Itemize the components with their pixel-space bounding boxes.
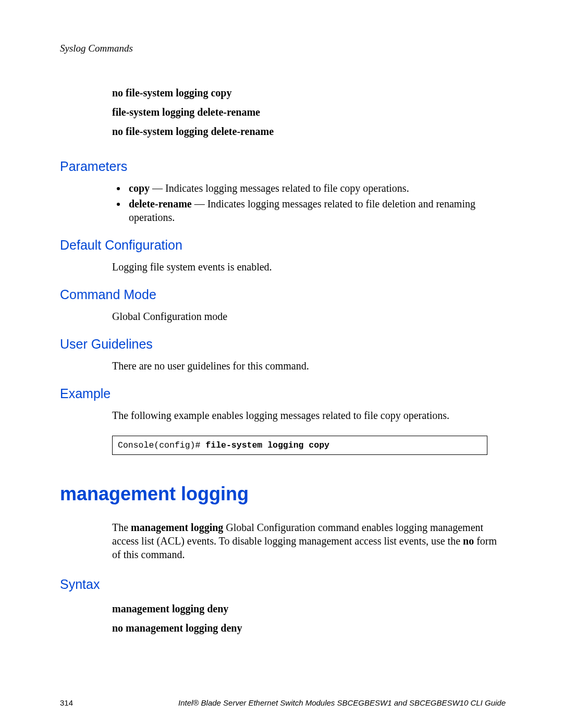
code-example: Console(config)# file-system logging cop… (112, 436, 487, 455)
text: The (112, 522, 131, 533)
body-text: Logging file system events is enabled. (112, 260, 506, 274)
page-number: 314 (60, 698, 73, 707)
page: Syslog Commands no file-system logging c… (0, 0, 563, 728)
syntax-block-bottom: management logging deny no management lo… (112, 599, 506, 638)
syntax-line: file-system logging delete-rename (112, 103, 506, 122)
section-title-default-config: Default Configuration (60, 238, 506, 253)
command-intro: The management logging Global Configurat… (112, 521, 506, 561)
syntax-line: management logging deny (112, 599, 506, 619)
section-title-user-guidelines: User Guidelines (60, 337, 506, 352)
bold-text: no (463, 535, 474, 547)
footer-title: Intel® Blade Server Ethernet Switch Modu… (178, 698, 506, 707)
code-prompt: Console(config)# (118, 440, 205, 450)
param-term: delete-rename (129, 198, 192, 209)
section-title-command-mode: Command Mode (60, 287, 506, 302)
bold-text: management logging (131, 522, 223, 533)
syntax-line: no management logging deny (112, 619, 506, 638)
section-title-parameters: Parameters (60, 159, 506, 174)
syntax-line: no file-system logging delete-rename (112, 122, 506, 141)
param-term: copy (129, 182, 150, 194)
body-text: Global Configuration mode (112, 310, 506, 323)
list-item: delete-rename — Indicates logging messag… (127, 197, 506, 224)
list-item: copy — Indicates logging messages relate… (127, 181, 506, 195)
section-title-example: Example (60, 386, 506, 401)
command-title: management logging (60, 483, 506, 505)
code-command: file-system logging copy (205, 440, 329, 450)
parameters-list: copy — Indicates logging messages relate… (112, 181, 506, 224)
body-text: There are no user guidelines for this co… (112, 359, 506, 373)
syntax-line: no file-system logging copy (112, 83, 506, 103)
body-text: The following example enables logging me… (112, 409, 506, 422)
param-desc: — Indicates logging messages related to … (150, 182, 409, 194)
syntax-block-top: no file-system logging copy file-system … (112, 83, 506, 141)
section-title-syntax: Syntax (60, 577, 506, 592)
page-footer: 314 Intel® Blade Server Ethernet Switch … (60, 698, 506, 707)
running-header: Syslog Commands (60, 43, 506, 54)
